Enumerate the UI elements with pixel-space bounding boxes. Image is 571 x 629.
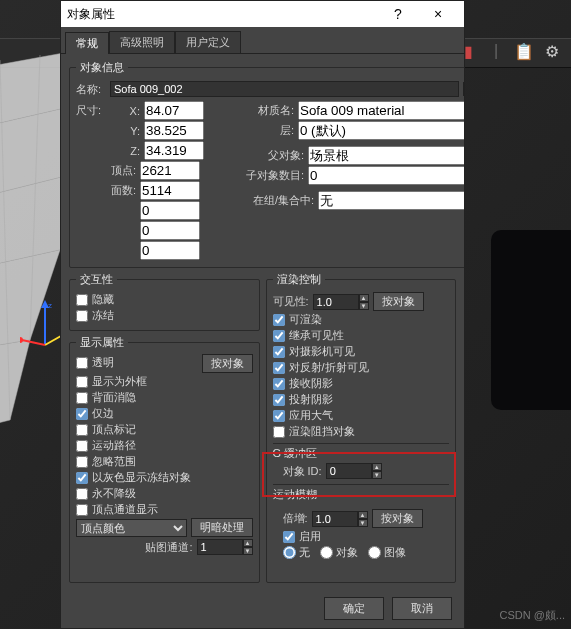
close-button[interactable]: × <box>418 6 458 22</box>
spinner-up-icon: ▲ <box>243 539 253 547</box>
clipboard-icon[interactable]: 📋 <box>515 42 533 60</box>
vertex-channel-checkbox[interactable]: 顶点通道显示 <box>76 502 253 517</box>
extra1 <box>140 221 200 240</box>
object-properties-dialog: 对象属性 ? × 常规 高级照明 用户定义 对象信息 名称: 尺寸: X: Y: <box>60 0 465 629</box>
size-x <box>144 101 204 120</box>
vertices-label: 顶点: <box>76 163 136 178</box>
svg-text:z: z <box>48 301 52 310</box>
titlebar[interactable]: 对象属性 ? × <box>61 1 464 27</box>
tab-user-defined[interactable]: 用户定义 <box>175 31 241 53</box>
size-label: 尺寸: <box>76 103 106 118</box>
faces-value <box>140 181 200 200</box>
enable-mb-checkbox[interactable]: 启用 <box>273 529 450 544</box>
render-control-group: 渲染控制 可见性: ▲▼ 按对象 可渲染 继承可见性 对摄影机可见 对反射/折射… <box>266 272 457 583</box>
group-value <box>318 191 464 210</box>
watermark: CSDN @颇... <box>499 608 565 623</box>
freeze-checkbox[interactable]: 冻结 <box>76 308 253 323</box>
object-color-swatch[interactable] <box>463 82 464 96</box>
svg-line-12 <box>22 340 45 345</box>
layer-label: 层: <box>244 123 294 138</box>
show-frame-checkbox[interactable]: 显示为外框 <box>76 374 253 389</box>
object-info-legend: 对象信息 <box>76 60 128 75</box>
parent-value <box>308 146 464 165</box>
map-channel-spinner[interactable]: ▲▼ <box>197 539 253 555</box>
dark-object <box>491 230 571 410</box>
extra2 <box>140 241 200 260</box>
group-label: 在组/集合中: <box>244 193 314 208</box>
ok-button[interactable]: 确定 <box>324 597 384 620</box>
interactivity-group: 交互性 隐藏 冻结 <box>69 272 260 331</box>
tab-general[interactable]: 常规 <box>65 32 109 54</box>
edges-only-checkbox[interactable]: 仅边 <box>76 406 253 421</box>
interactivity-legend: 交互性 <box>76 272 117 287</box>
faces-label: 面数: <box>76 183 136 198</box>
gray-frozen-checkbox[interactable]: 以灰色显示冻结对象 <box>76 470 253 485</box>
backface-cull-checkbox[interactable]: 背面消隐 <box>76 390 253 405</box>
renderable-checkbox[interactable]: 可渲染 <box>273 312 450 327</box>
tab-strip: 常规 高级照明 用户定义 <box>61 27 464 54</box>
motion-path-checkbox[interactable]: 运动路径 <box>76 438 253 453</box>
parent-label: 父对象: <box>244 148 304 163</box>
divider-icon: | <box>487 42 505 60</box>
visibility-spinner[interactable]: ▲▼ <box>313 294 369 310</box>
vertex-ticks-checkbox[interactable]: 顶点标记 <box>76 422 253 437</box>
mb-object-radio[interactable]: 对象 <box>320 545 358 560</box>
children-label: 子对象数目: <box>244 168 304 183</box>
material-value <box>298 101 464 120</box>
display-group: 显示属性 透明 按对象 显示为外框 背面消隐 仅边 顶点标记 运动路径 忽略范围… <box>69 335 260 583</box>
name-field[interactable] <box>110 81 459 97</box>
vertices-value <box>140 161 200 180</box>
mb-type-radios: 无 对象 图像 <box>273 545 450 560</box>
help-button[interactable]: ? <box>378 6 418 22</box>
extra0 <box>140 201 200 220</box>
name-label: 名称: <box>76 82 106 97</box>
render-by-object-button[interactable]: 按对象 <box>373 292 424 311</box>
size-y <box>144 121 204 140</box>
render-occluded-checkbox[interactable]: 渲染阻挡对象 <box>273 424 450 439</box>
svg-marker-4 <box>0 340 30 430</box>
mb-image-radio[interactable]: 图像 <box>368 545 406 560</box>
toolbar-icons: ▮ | 📋 ⚙ <box>459 42 561 60</box>
object-id-label: 对象 ID: <box>283 464 322 479</box>
material-label: 材质名: <box>244 103 294 118</box>
display-by-object-button[interactable]: 按对象 <box>202 354 253 373</box>
vertex-color-select[interactable]: 顶点颜色 <box>76 519 187 537</box>
dialog-footer: 确定 取消 <box>61 589 464 628</box>
multiplier-spinner[interactable]: ▲▼ <box>312 511 368 527</box>
object-info-group: 对象信息 名称: 尺寸: X: Y: Z: <box>69 60 464 268</box>
visible-refl-checkbox[interactable]: 对反射/折射可见 <box>273 360 450 375</box>
cancel-button[interactable]: 取消 <box>392 597 452 620</box>
visible-cam-checkbox[interactable]: 对摄影机可见 <box>273 344 450 359</box>
gear-icon[interactable]: ⚙ <box>543 42 561 60</box>
mb-none-radio[interactable]: 无 <box>283 545 310 560</box>
display-legend: 显示属性 <box>76 335 128 350</box>
mb-by-object-button[interactable]: 按对象 <box>372 509 423 528</box>
z-label: Z: <box>110 145 140 157</box>
x-label: X: <box>110 105 140 117</box>
inherit-vis-checkbox[interactable]: 继承可见性 <box>273 328 450 343</box>
object-id-spinner[interactable]: ▲▼ <box>326 463 382 479</box>
never-degrade-checkbox[interactable]: 永不降级 <box>76 486 253 501</box>
spinner-down-icon: ▼ <box>243 547 253 555</box>
children-value <box>308 166 464 185</box>
map-channel-label: 贴图通道: <box>145 540 192 555</box>
ignore-range-checkbox[interactable]: 忽略范围 <box>76 454 253 469</box>
dialog-title: 对象属性 <box>67 6 378 23</box>
layer-value <box>298 121 464 140</box>
cast-shadow-checkbox[interactable]: 投射阴影 <box>273 392 450 407</box>
size-z <box>144 141 204 160</box>
transparent-checkbox[interactable]: 透明 <box>76 355 202 370</box>
tab-adv-lighting[interactable]: 高级照明 <box>109 31 175 53</box>
y-label: Y: <box>110 125 140 137</box>
hide-checkbox[interactable]: 隐藏 <box>76 292 253 307</box>
gbuffer-label: G 缓冲区 <box>273 446 450 461</box>
svg-point-13 <box>20 337 23 343</box>
apply-atmos-checkbox[interactable]: 应用大气 <box>273 408 450 423</box>
render-control-legend: 渲染控制 <box>273 272 325 287</box>
shaded-button[interactable]: 明暗处理 <box>191 518 253 537</box>
visibility-label: 可见性: <box>273 294 309 309</box>
receive-shadow-checkbox[interactable]: 接收阴影 <box>273 376 450 391</box>
motion-blur-label: 运动模糊 <box>273 487 450 502</box>
multiplier-label: 倍增: <box>283 511 308 526</box>
